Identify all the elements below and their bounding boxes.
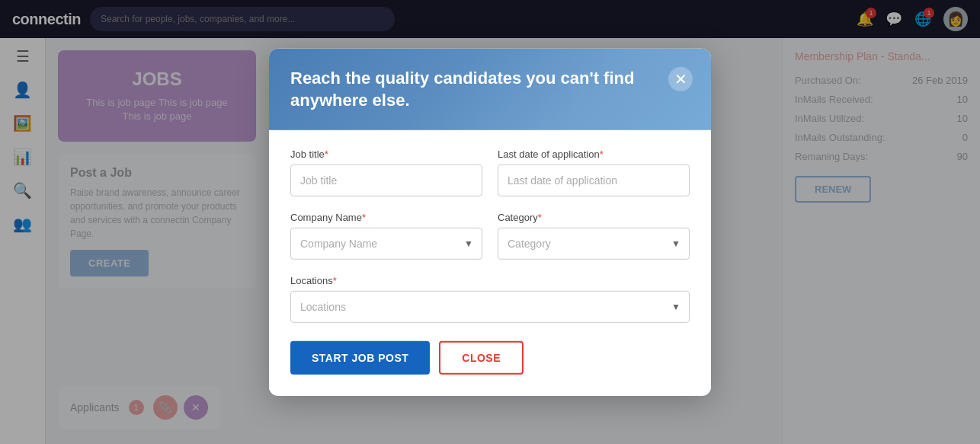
- company-name-group: Company Name* Company Name ▼: [290, 212, 482, 260]
- last-date-group: Last date of application*: [498, 149, 690, 196]
- category-label: Category*: [498, 212, 690, 223]
- modal-actions: START JOB POST CLOSE: [290, 338, 690, 375]
- start-job-post-button[interactable]: START JOB POST: [290, 341, 430, 375]
- job-title-group: Job title*: [290, 149, 482, 196]
- close-button[interactable]: CLOSE: [439, 341, 524, 375]
- company-name-select-wrapper: Company Name ▼: [290, 228, 482, 260]
- locations-select[interactable]: Locations: [290, 291, 690, 323]
- locations-select-wrapper: Locations ▼: [290, 291, 690, 323]
- job-title-input[interactable]: [290, 165, 482, 196]
- form-row-1: Job title* Last date of application*: [290, 149, 690, 196]
- last-date-input[interactable]: [498, 165, 690, 196]
- last-date-label: Last date of application*: [498, 149, 690, 160]
- company-name-label: Company Name*: [290, 212, 482, 223]
- category-select-wrapper: Category ▼: [498, 228, 690, 260]
- category-group: Category* Category ▼: [498, 212, 690, 260]
- modal-header: Reach the quality candidates you can't f…: [269, 48, 711, 129]
- modal-close-x-button[interactable]: ✕: [668, 66, 693, 91]
- company-name-select[interactable]: Company Name: [290, 228, 482, 260]
- job-title-label: Job title*: [290, 149, 482, 160]
- modal-title: Reach the quality candidates you can't f…: [290, 66, 656, 111]
- locations-group: Locations* Locations ▼: [290, 275, 690, 323]
- locations-label: Locations*: [290, 275, 690, 286]
- modal-body: Job title* Last date of application* Com…: [269, 130, 711, 396]
- form-row-2: Company Name* Company Name ▼ Category* C…: [290, 212, 690, 260]
- job-post-modal: Reach the quality candidates you can't f…: [269, 48, 711, 395]
- category-select[interactable]: Category: [498, 228, 690, 260]
